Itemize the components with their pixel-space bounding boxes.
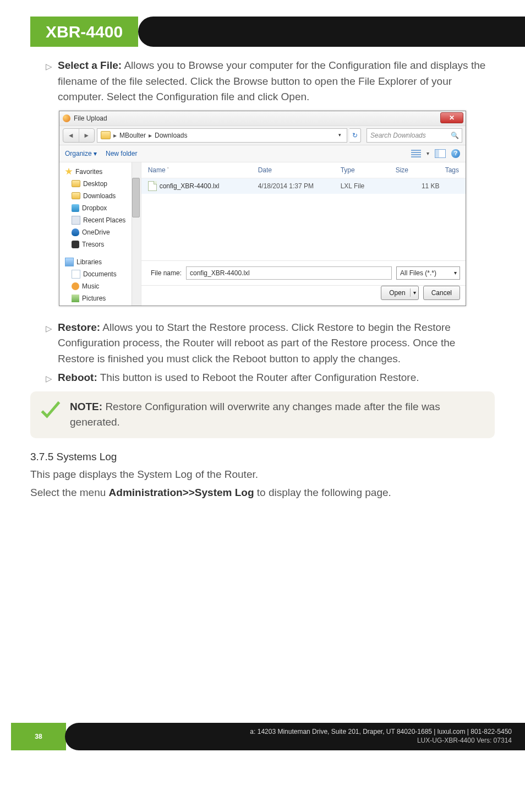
tree-desktop[interactable]: Desktop	[72, 178, 141, 190]
triangle-bullet-icon: ▷	[46, 58, 52, 105]
chevron-down-icon[interactable]: ▾	[336, 132, 343, 139]
file-icon	[148, 181, 157, 191]
product-title: XBR-4400	[30, 17, 138, 47]
tree-favorites[interactable]: Favorites	[65, 166, 141, 178]
note-body: Restore Configuration will overwrite any…	[70, 401, 440, 428]
col-tags[interactable]: Tags	[445, 165, 459, 175]
tree-videos[interactable]: Videos	[72, 304, 141, 306]
help-icon[interactable]: ?	[451, 149, 460, 158]
page-number: 38	[11, 723, 66, 750]
section-line2: Select the menu Administration>>System L…	[30, 485, 495, 501]
bullet-restore: ▷ Restore: Allows you to Start the Resto…	[30, 320, 495, 367]
onedrive-icon	[72, 228, 79, 236]
desktop-icon	[72, 180, 80, 187]
triangle-bullet-icon: ▷	[46, 320, 52, 367]
triangle-bullet-icon: ▷	[46, 370, 52, 386]
search-input[interactable]: Search Downloads 🔍	[367, 128, 462, 143]
dialog-titlebar: File Upload ✕	[59, 111, 466, 126]
filename-label: File name:	[151, 268, 182, 278]
note-box: NOTE: Restore Configuration will overwri…	[30, 391, 495, 438]
tree-onedrive[interactable]: OneDrive	[72, 226, 141, 238]
tresors-icon	[72, 241, 79, 248]
bullet-reboot-text: This button is used to Reboot the Router…	[97, 372, 419, 383]
column-headers[interactable]: Name ˄ Date Type Size Tags	[141, 162, 466, 178]
menu-path: Administration>>System Log	[109, 487, 254, 498]
file-type: LXL File	[341, 181, 396, 191]
section-heading: 3.7.5 Systems Log	[30, 449, 495, 465]
tree-downloads[interactable]: Downloads	[72, 190, 141, 202]
file-size: 11 KB	[396, 181, 445, 191]
tree-music[interactable]: Music	[72, 280, 141, 292]
header-dark-band	[138, 17, 525, 47]
pictures-icon	[72, 295, 79, 302]
firefox-icon	[63, 115, 70, 122]
filename-input[interactable]: config_XBR-4400.lxl	[186, 266, 392, 280]
view-list-icon[interactable]	[411, 150, 421, 157]
sort-caret-icon: ˄	[167, 166, 169, 174]
forward-arrow-icon[interactable]: ►	[79, 129, 95, 142]
recent-places-icon	[72, 216, 80, 225]
dropbox-icon	[72, 204, 79, 212]
nav-back-forward[interactable]: ◄ ►	[63, 128, 95, 143]
file-upload-dialog: File Upload ✕ ◄ ► ▸ MBoulter ▸ Downloads…	[59, 111, 466, 306]
back-arrow-icon[interactable]: ◄	[63, 129, 79, 142]
dialog-title: File Upload	[74, 113, 107, 123]
tree-tresors[interactable]: Tresors	[72, 238, 141, 250]
cancel-button[interactable]: Cancel	[423, 286, 460, 300]
bullet-select-text: Allows you to Browse your computer for t…	[58, 59, 485, 102]
scrollbar-thumb[interactable]	[132, 178, 140, 217]
bullet-restore-label: Restore:	[58, 321, 100, 333]
folder-icon	[101, 131, 111, 139]
bullet-select-file: ▷ Select a File: Allows you to Browse yo…	[30, 58, 495, 105]
col-name[interactable]: Name	[148, 165, 166, 175]
bullet-reboot-label: Reboot:	[58, 372, 97, 383]
footer-docid: LUX-UG-XBR-4400 Vers: 07314	[417, 737, 512, 745]
tree-pictures[interactable]: Pictures	[72, 292, 141, 304]
note-label: NOTE:	[70, 401, 102, 412]
col-type[interactable]: Type	[341, 165, 396, 175]
breadcrumb[interactable]: ▸ MBoulter ▸ Downloads ▾	[97, 128, 347, 143]
folder-tree: Favorites Desktop Downloads Dropbox Rece…	[59, 162, 141, 306]
checkmark-icon	[38, 399, 62, 423]
file-date: 4/18/2014 1:37 PM	[258, 181, 341, 191]
search-icon: 🔍	[451, 130, 459, 140]
downloads-icon	[72, 192, 80, 199]
footer-address: a: 14203 Minuteman Drive, Suite 201, Dra…	[250, 728, 512, 737]
bullet-restore-text: Allows you to Start the Restore process.…	[58, 321, 455, 364]
page-footer: 38 a: 14203 Minuteman Drive, Suite 201, …	[0, 723, 525, 750]
tree-recent[interactable]: Recent Places	[72, 214, 141, 226]
music-icon	[72, 282, 79, 290]
documents-icon	[72, 270, 80, 279]
col-date[interactable]: Date	[258, 165, 341, 175]
col-size[interactable]: Size	[396, 165, 445, 175]
file-row[interactable]: config_XBR-4400.lxl 4/18/2014 1:37 PM LX…	[141, 178, 466, 194]
open-button[interactable]: Open▾	[381, 286, 418, 300]
tree-documents[interactable]: Documents	[72, 268, 141, 280]
breadcrumb-seg-1[interactable]: MBoulter	[119, 130, 146, 140]
window-close-button[interactable]: ✕	[440, 112, 463, 123]
chevron-down-icon[interactable]: ▾	[426, 149, 429, 157]
breadcrumb-seg-2[interactable]: Downloads	[155, 130, 187, 140]
page-header: XBR-4400	[30, 17, 525, 47]
refresh-button[interactable]: ↻	[349, 128, 361, 143]
libraries-icon	[65, 258, 74, 266]
tree-dropbox[interactable]: Dropbox	[72, 202, 141, 214]
tree-libraries[interactable]: Libraries	[65, 256, 141, 268]
bullet-reboot: ▷ Reboot: This button is used to Reboot …	[30, 370, 495, 386]
new-folder-button[interactable]: New folder	[106, 149, 137, 159]
star-icon	[65, 168, 73, 176]
file-filter-combo[interactable]: All Files (*.*)	[396, 266, 460, 280]
file-name: config_XBR-4400.lxl	[160, 181, 220, 191]
section-line1: This page displays the System Log of the…	[30, 467, 495, 483]
search-placeholder: Search Downloads	[370, 130, 426, 140]
bullet-select-label: Select a File:	[58, 59, 122, 71]
organize-menu[interactable]: Organize ▾	[65, 149, 97, 159]
preview-pane-icon[interactable]	[435, 149, 446, 158]
